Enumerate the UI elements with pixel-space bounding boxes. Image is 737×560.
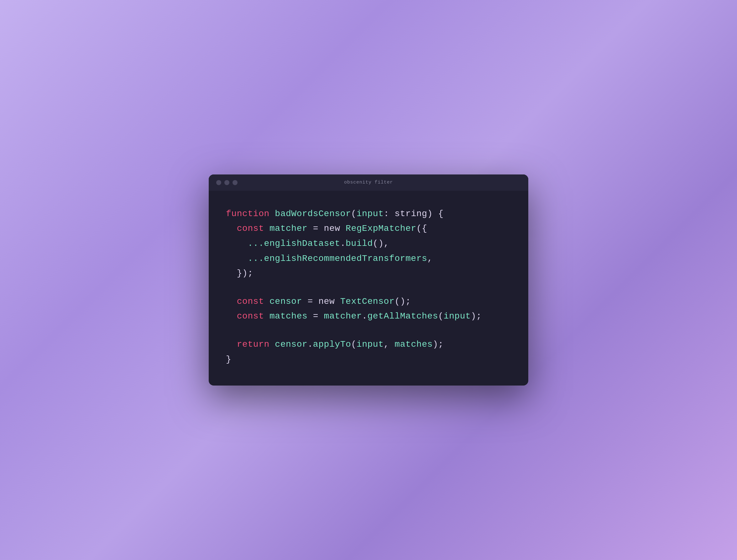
titlebar: obscenity filter	[209, 174, 528, 191]
code-line-5: });	[226, 266, 511, 281]
code-line-4: ...englishRecommendedTransformers,	[226, 251, 511, 266]
traffic-lights	[216, 180, 237, 185]
code-line-2: const matcher = new RegExpMatcher({	[226, 221, 511, 236]
minimize-button[interactable]	[224, 180, 229, 185]
close-button[interactable]	[216, 180, 221, 185]
code-line-7: const matches = matcher.getAllMatches(in…	[226, 309, 511, 324]
code-line-1: function badWordsCensor(input: string) {	[226, 206, 511, 221]
blank-line-2	[226, 324, 511, 337]
code-line-9: }	[226, 352, 511, 367]
maximize-button[interactable]	[232, 180, 237, 185]
code-line-6: const censor = new TextCensor();	[226, 294, 511, 309]
code-editor: function badWordsCensor(input: string) {…	[209, 191, 528, 386]
code-line-8: return censor.applyTo(input, matches);	[226, 337, 511, 352]
window-title: obscenity filter	[344, 180, 393, 185]
code-line-3: ...englishDataset.build(),	[226, 236, 511, 251]
blank-line-1	[226, 281, 511, 294]
code-window: obscenity filter function badWordsCensor…	[209, 174, 528, 386]
